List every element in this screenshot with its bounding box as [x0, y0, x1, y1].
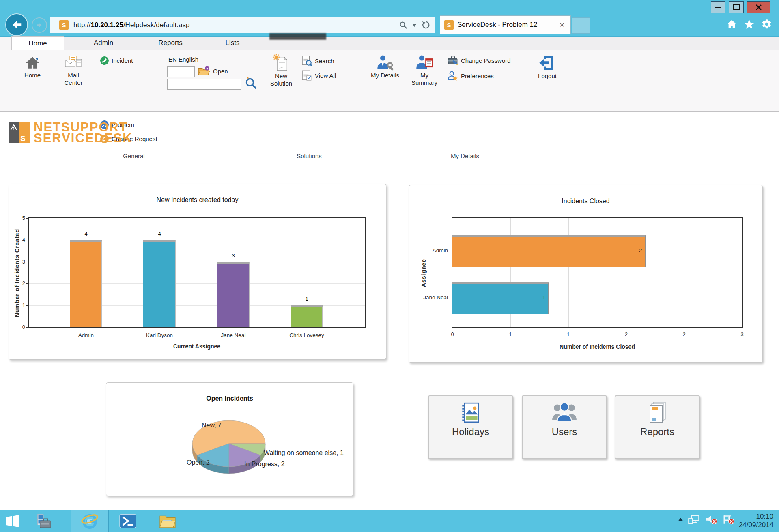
- tabstrip-notch: [0, 37, 11, 50]
- ribbon-home-button[interactable]: Home: [15, 55, 50, 79]
- close-window-button[interactable]: [747, 1, 770, 13]
- y-axis-title: Number of Incidents Created: [14, 212, 22, 334]
- tray-expand-icon[interactable]: [678, 518, 683, 521]
- logout-button[interactable]: Logout: [530, 54, 565, 80]
- home-page-icon[interactable]: [726, 19, 737, 30]
- action-center-flag-icon[interactable]: [722, 515, 734, 525]
- mail-center-icon: [65, 55, 82, 71]
- gridline: [742, 218, 742, 327]
- y-category-label: Jane Neal: [411, 294, 448, 300]
- x-tick-label: 3: [736, 331, 748, 337]
- favorites-star-icon[interactable]: [744, 19, 755, 30]
- tab-lists[interactable]: Lists: [204, 36, 261, 50]
- new-solution-button[interactable]: New Solution: [264, 54, 299, 87]
- pie-slice-label-open: Open, 2: [187, 459, 210, 466]
- my-details-icon: [376, 54, 394, 71]
- server-manager-button[interactable]: [33, 513, 52, 529]
- bar: [452, 235, 646, 267]
- x-category-label: Admin: [54, 332, 118, 338]
- bar-value-label: 3: [225, 253, 241, 259]
- incident-button[interactable]: Incident: [100, 56, 133, 65]
- minimize-button[interactable]: [711, 1, 725, 13]
- y-tick-label: 1: [13, 302, 25, 308]
- my-summary-button[interactable]: My Summary: [407, 54, 442, 86]
- tab-reports[interactable]: Reports: [142, 36, 199, 50]
- tab-home[interactable]: Home: [11, 36, 64, 50]
- browser-tab[interactable]: S ServiceDesk - Problem 12 ✕: [440, 15, 571, 34]
- internet-explorer-button[interactable]: [71, 510, 109, 532]
- holidays-tile-label: Holidays: [429, 426, 512, 438]
- reports-tile-button[interactable]: Reports: [615, 395, 700, 459]
- refresh-icon[interactable]: [422, 21, 430, 29]
- group-separator: [570, 103, 570, 157]
- preferences-button[interactable]: Preferences: [448, 71, 494, 82]
- new-tab-button[interactable]: [572, 17, 590, 34]
- bar: [291, 305, 323, 327]
- taskbar-clock[interactable]: 10:10 24/09/2014: [739, 512, 773, 529]
- search-options-caret-icon[interactable]: [412, 24, 417, 27]
- holidays-tile-button[interactable]: Holidays: [428, 395, 513, 459]
- mail-center-button[interactable]: Mail Center: [56, 55, 91, 86]
- tab-title: ServiceDesk - Problem 12: [457, 21, 537, 29]
- network-icon[interactable]: [688, 515, 700, 525]
- change-password-label: Change Password: [461, 57, 511, 64]
- y-tick-mark: [26, 262, 28, 262]
- x-axis-title: Number of Incidents Closed: [452, 343, 743, 350]
- tab-admin-label: Admin: [94, 39, 113, 47]
- powershell-icon: [119, 514, 136, 528]
- x-category-label: Jane Neal: [201, 332, 266, 338]
- view-all-button[interactable]: View All: [301, 70, 336, 81]
- logo-badge-icon: S: [9, 122, 30, 143]
- x-tick-label: 0: [446, 331, 458, 337]
- users-tile-button[interactable]: Users: [522, 395, 607, 459]
- x-category-label: Karl Dyson: [127, 332, 192, 338]
- change-password-button[interactable]: Change Password: [448, 55, 511, 66]
- home-icon: [25, 55, 40, 71]
- settings-gear-icon[interactable]: [761, 19, 772, 30]
- logout-icon: [538, 54, 557, 71]
- solution-search-go-button[interactable]: [244, 76, 257, 91]
- maximize-button[interactable]: [729, 1, 744, 13]
- logout-label: Logout: [538, 73, 557, 80]
- internet-explorer-icon: [80, 512, 99, 530]
- users-tile-label: Users: [523, 426, 606, 438]
- browser-window: S http://10.20.1.25/Helpdesk/default.asp…: [0, 0, 779, 532]
- clock-date: 24/09/2014: [739, 521, 773, 529]
- group-label-my-details: My Details: [420, 152, 510, 159]
- volume-muted-icon[interactable]: [705, 515, 717, 525]
- tab-favicon: S: [444, 20, 454, 30]
- y-tick-mark: [26, 218, 28, 219]
- close-icon: [755, 4, 762, 11]
- tab-reports-label: Reports: [158, 39, 183, 47]
- bar: [452, 282, 549, 314]
- document-search-icon: [301, 55, 312, 66]
- open-solution-button[interactable]: Open: [198, 66, 228, 76]
- search-icon[interactable]: [399, 21, 407, 29]
- tab-close-icon[interactable]: ✕: [558, 21, 566, 29]
- tab-home-label: Home: [28, 39, 47, 47]
- x-tick-label: 2: [620, 331, 632, 337]
- address-bar[interactable]: S http://10.20.1.25/Helpdesk/default.asp: [50, 17, 435, 33]
- solutions-search-button[interactable]: Search: [301, 55, 334, 66]
- bar-value-label: 1: [542, 294, 555, 300]
- hbar-chart-plot-area: 21: [452, 217, 743, 328]
- back-button[interactable]: [5, 13, 28, 36]
- solution-number-input[interactable]: [167, 66, 195, 77]
- minimize-icon: [715, 7, 721, 8]
- file-explorer-button[interactable]: [158, 513, 177, 529]
- tab-admin[interactable]: Admin: [75, 36, 132, 50]
- my-details-button[interactable]: My Details: [368, 54, 402, 79]
- bar-value-label: 4: [78, 231, 94, 237]
- view-all-label: View All: [315, 72, 336, 79]
- logo-line2: SERVICEDESK: [34, 133, 133, 144]
- chart-title: Open Incidents: [106, 395, 353, 402]
- clock-time: 10:10: [739, 512, 773, 521]
- solution-search-input[interactable]: [167, 79, 241, 90]
- new-incidents-chart-panel: New Incidents created today 4431 Number …: [9, 184, 386, 360]
- powershell-button[interactable]: [118, 513, 137, 529]
- forward-button[interactable]: [32, 17, 47, 33]
- file-explorer-icon: [159, 514, 176, 528]
- pie-slice-label-waiting: Waiting on someone else, 1: [264, 449, 344, 457]
- bar: [143, 240, 176, 327]
- start-button[interactable]: [3, 513, 22, 529]
